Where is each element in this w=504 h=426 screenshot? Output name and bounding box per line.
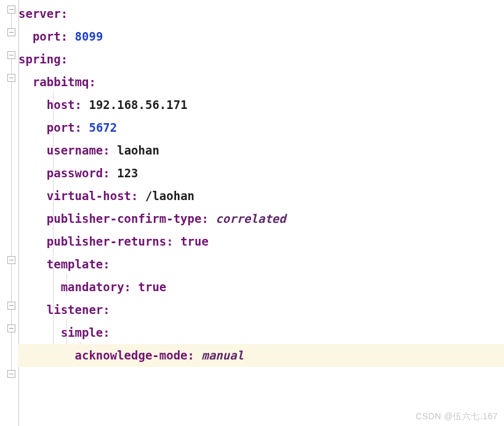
yaml-key: mandatory [61, 280, 124, 294]
code-line: rabbitmq: [18, 71, 504, 94]
code-line: virtual-host: /laohan [18, 185, 504, 207]
yaml-key: server [18, 7, 61, 20]
code-line: simple: [18, 321, 504, 344]
code-line: template: [18, 253, 504, 276]
yaml-value: correlated [215, 212, 286, 225]
yaml-value: /laohan [145, 189, 194, 203]
fold-icon[interactable] [7, 28, 15, 36]
watermark: CSDN @伍六七.167 [415, 411, 498, 422]
yaml-key: acknowledge-mode [75, 348, 188, 362]
code-line: server: [18, 2, 504, 25]
fold-icon[interactable] [7, 324, 15, 332]
code-line: mandatory: true [18, 276, 504, 299]
code-line: publisher-confirm-type: correlated [18, 207, 504, 230]
gutter-line [11, 310, 12, 324]
yaml-key: publisher-returns [47, 235, 166, 248]
yaml-key: host [47, 98, 75, 111]
yaml-value: true [180, 235, 209, 248]
yaml-value: true [138, 280, 167, 294]
yaml-key: port [47, 121, 75, 134]
code-line: listener: [18, 299, 504, 321]
code-content[interactable]: server: port: 8099 spring: rabbitmq: hos… [18, 0, 504, 426]
yaml-key: rabbitmq [33, 75, 89, 89]
yaml-key: port [33, 30, 61, 43]
gutter-line [11, 59, 12, 74]
code-line: spring: [18, 48, 504, 71]
yaml-value: laohan [117, 143, 159, 157]
gutter-line [11, 264, 12, 302]
yaml-key: virtual-host [47, 189, 131, 203]
gutter-line [11, 82, 12, 256]
fold-icon[interactable] [7, 256, 15, 264]
yaml-value: 192.168.56.171 [89, 98, 187, 111]
gutter-line [11, 14, 12, 28]
yaml-key: password [47, 166, 103, 180]
fold-icon[interactable] [7, 6, 15, 14]
fold-icon[interactable] [7, 51, 15, 59]
yaml-key: spring [18, 52, 61, 66]
code-editor: server: port: 8099 spring: rabbitmq: hos… [0, 0, 504, 426]
fold-icon[interactable] [7, 74, 15, 82]
code-line: host: 192.168.56.171 [18, 94, 504, 116]
yaml-value: 5672 [89, 121, 117, 134]
yaml-key: simple [61, 326, 103, 339]
code-line: password: 123 [18, 162, 504, 185]
code-line: publisher-returns: true [18, 230, 504, 253]
code-line-current: acknowledge-mode: manual [18, 344, 504, 367]
yaml-value: 8099 [75, 30, 103, 43]
code-gutter [0, 0, 18, 426]
code-line: username: laohan [18, 139, 504, 162]
fold-icon[interactable] [7, 370, 15, 378]
yaml-key: listener [47, 303, 103, 316]
gutter-line [11, 332, 12, 370]
yaml-key: publisher-confirm-type [47, 212, 202, 225]
fold-icon[interactable] [7, 302, 15, 310]
yaml-key: username [47, 143, 103, 157]
code-line: port: 5672 [18, 116, 504, 139]
yaml-value: manual [201, 348, 244, 362]
yaml-key: template [47, 257, 103, 271]
yaml-value: 123 [117, 166, 138, 180]
code-line: port: 8099 [18, 25, 504, 48]
